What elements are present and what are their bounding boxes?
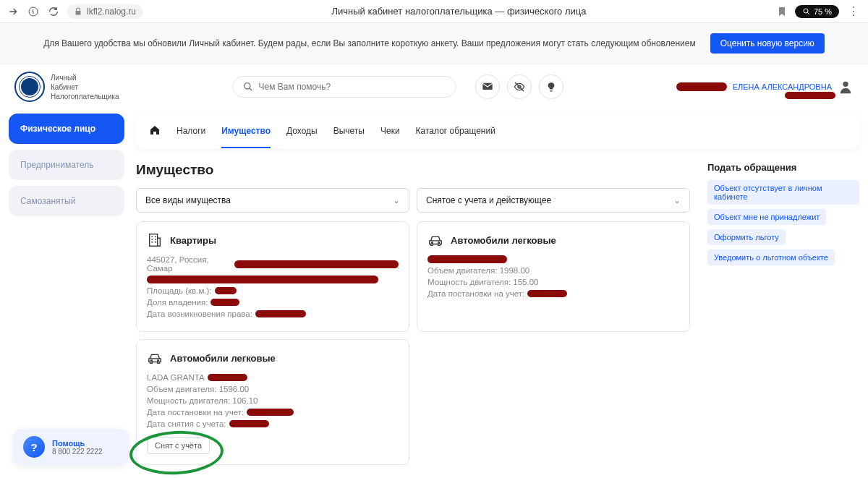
svg-point-8: [151, 360, 153, 362]
engine-volume: Объем двигателя: 1596.00: [147, 385, 399, 393]
avatar-icon: [838, 79, 854, 95]
search-icon: [243, 82, 253, 92]
forward-icon[interactable]: [6, 4, 20, 19]
card-title: Автомобили легковые: [170, 353, 276, 364]
nav-receipts[interactable]: Чеки: [380, 115, 400, 148]
filter-status[interactable]: Снятое с учета и действующее ⌄: [417, 188, 690, 213]
site-header: Личный Кабинет Налогоплательщика ЕЛЕНА А…: [0, 64, 868, 109]
engine-power: Мощность двигателя: 155.00: [427, 278, 679, 286]
card-title: Автомобили легковые: [451, 235, 556, 246]
svg-point-2: [244, 83, 250, 89]
nav-income[interactable]: Доходы: [286, 115, 318, 148]
update-banner: Для Вашего удобства мы обновили Личный к…: [0, 23, 868, 64]
zoom-icon: [802, 7, 811, 16]
building-icon: [147, 232, 163, 248]
page-title: Личный кабинет налогоплательщика — физич…: [149, 6, 769, 17]
page-heading: Имущество: [136, 162, 690, 178]
svg-point-1: [804, 9, 808, 13]
help-widget[interactable]: ? Помощь 8 800 222 2222: [13, 429, 129, 465]
link-notify-benefit[interactable]: Уведомить о льготном объекте: [707, 249, 835, 265]
menu-icon[interactable]: ⋮: [845, 4, 862, 18]
svg-point-9: [158, 360, 159, 362]
url-text: lkfl2.nalog.ru: [87, 7, 136, 17]
nav-taxes[interactable]: Налоги: [176, 115, 205, 148]
logo[interactable]: Личный Кабинет Налогоплательщика: [14, 72, 119, 102]
visibility-icon[interactable]: [507, 74, 532, 99]
property-card-apartment[interactable]: Квартиры 445027, Россия, Самар Площадь (…: [136, 221, 409, 332]
nav-property[interactable]: Имущество: [221, 115, 271, 148]
card-title: Квартиры: [170, 235, 216, 246]
redacted: [785, 92, 835, 99]
lock-icon: [74, 7, 82, 16]
mail-icon[interactable]: [475, 74, 500, 99]
help-phone: 8 800 222 2222: [52, 448, 103, 456]
aside-heading: Подать обращения: [707, 162, 859, 173]
search-input[interactable]: [232, 76, 456, 98]
car-icon: [147, 350, 163, 366]
svg-rect-5: [150, 234, 158, 247]
entity-type-tabs: Физическое лицо Предприниматель Самозаня…: [9, 114, 124, 478]
tab-selfemployed[interactable]: Самозанятый: [9, 186, 124, 216]
chevron-down-icon: ⌄: [393, 195, 400, 205]
svg-point-7: [438, 242, 440, 244]
link-object-missing[interactable]: Объект отсутствует в личном кабинете: [707, 180, 859, 205]
engine-power: Мощность двигателя: 106.10: [147, 396, 399, 405]
zoom-indicator[interactable]: 75 %: [795, 5, 839, 18]
yandex-icon[interactable]: [26, 4, 41, 19]
chevron-down-icon: ⌄: [673, 195, 681, 205]
property-card-car-deregistered[interactable]: Автомобили легковые LADA GRANTA Объем дв…: [136, 339, 409, 465]
main-nav: Налоги Имущество Доходы Вычеты Чеки Ката…: [136, 114, 859, 149]
logo-text: Личный Кабинет Налогоплательщика: [51, 73, 119, 101]
nav-home[interactable]: [149, 114, 161, 149]
help-title: Помощь: [52, 439, 103, 448]
nav-deductions[interactable]: Вычеты: [333, 115, 365, 148]
car-icon: [427, 232, 443, 248]
help-icon: ?: [23, 436, 45, 458]
svg-point-4: [843, 82, 848, 87]
idea-icon[interactable]: [539, 74, 563, 99]
home-icon: [149, 124, 161, 136]
engine-volume: Объем двигателя: 1998.00: [427, 266, 679, 275]
deregistered-badge: Снят с учёта: [147, 437, 210, 454]
rate-button[interactable]: Оценить новую версию: [710, 33, 825, 54]
bookmark-icon[interactable]: [775, 4, 789, 19]
link-benefit[interactable]: Оформить льготу: [707, 229, 786, 245]
filter-property-type[interactable]: Все виды имущества ⌄: [136, 188, 409, 213]
redacted: [676, 82, 727, 91]
banner-text: Для Вашего удобства мы обновили Личный к…: [43, 38, 696, 48]
browser-chrome: lkfl2.nalog.ru Личный кабинет налогоплат…: [0, 0, 868, 23]
nav-requests[interactable]: Каталог обращений: [416, 115, 495, 148]
property-card-car[interactable]: Автомобили легковые Объем двигателя: 199…: [417, 221, 690, 332]
tab-individual[interactable]: Физическое лицо: [9, 114, 124, 144]
svg-point-6: [432, 242, 433, 244]
fns-emblem-icon: [14, 72, 45, 102]
reload-icon[interactable]: [46, 4, 61, 19]
username: ЕЛЕНА АЛЕКСАНДРОВНА: [733, 82, 832, 91]
url-bar[interactable]: lkfl2.nalog.ru: [67, 4, 143, 19]
user-menu[interactable]: ЕЛЕНА АЛЕКСАНДРОВНА: [676, 79, 854, 95]
link-not-mine[interactable]: Объект мне не принадлежит: [707, 209, 826, 225]
tab-entrepreneur[interactable]: Предприниматель: [9, 150, 124, 180]
